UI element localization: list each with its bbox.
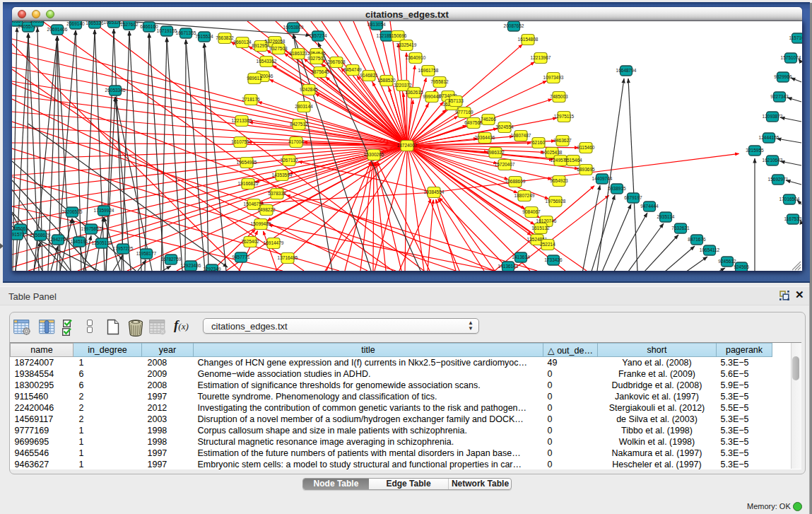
svg-text:19384554: 19384554 <box>424 189 445 194</box>
svg-text:5938915: 5938915 <box>608 186 626 191</box>
svg-text:3267110: 3267110 <box>281 158 298 163</box>
svg-text:9327508: 9327508 <box>269 46 288 51</box>
svg-text:13640910: 13640910 <box>406 55 426 60</box>
svg-text:16053809: 16053809 <box>283 25 304 30</box>
svg-text:8186323: 8186323 <box>289 51 307 56</box>
svg-text:9474444: 9474444 <box>640 204 659 209</box>
svg-text:17957225: 17957225 <box>113 246 134 251</box>
svg-text:20206535: 20206535 <box>62 209 83 214</box>
svg-text:8427512: 8427512 <box>290 122 308 127</box>
svg-text:12093872: 12093872 <box>763 114 783 119</box>
svg-text:20364436: 20364436 <box>475 135 495 140</box>
svg-text:18807249: 18807249 <box>514 193 535 198</box>
svg-text:10688609: 10688609 <box>505 179 526 184</box>
svg-text:9660124: 9660124 <box>233 40 252 45</box>
svg-text:19654985: 19654985 <box>237 160 257 165</box>
svg-text:9115460: 9115460 <box>577 145 595 150</box>
svg-text:1498222: 1498222 <box>257 207 276 212</box>
svg-text:1167533: 1167533 <box>784 216 802 221</box>
svg-text:3215955: 3215955 <box>746 148 764 153</box>
svg-text:2935114: 2935114 <box>657 214 675 219</box>
svg-text:16210643: 16210643 <box>763 158 783 163</box>
svg-text:13716485: 13716485 <box>278 255 298 260</box>
svg-text:2069140: 2069140 <box>66 21 85 26</box>
svg-text:8454749: 8454749 <box>343 67 362 72</box>
svg-text:10807487: 10807487 <box>511 133 531 138</box>
svg-text:9990448: 9990448 <box>423 94 441 99</box>
svg-text:1362615: 1362615 <box>405 90 423 95</box>
svg-text:14136141: 14136141 <box>498 264 519 269</box>
svg-text:15099489: 15099489 <box>251 221 271 226</box>
svg-text:2803144: 2803144 <box>295 104 313 109</box>
svg-text:16671355: 16671355 <box>176 30 196 35</box>
svg-text:14409744: 14409744 <box>592 176 613 181</box>
svg-text:989612: 989612 <box>247 76 262 81</box>
svg-text:17359924: 17359924 <box>94 208 114 213</box>
svg-text:5378332: 5378332 <box>268 191 286 196</box>
svg-text:3624554: 3624554 <box>495 124 514 129</box>
svg-text:9515464: 9515464 <box>564 158 582 163</box>
svg-text:17016504: 17016504 <box>779 197 800 201</box>
svg-text:16782759: 16782759 <box>161 257 182 262</box>
svg-text:18724007: 18724007 <box>397 143 418 148</box>
svg-text:7986322: 7986322 <box>486 150 505 155</box>
svg-text:7515524: 7515524 <box>195 34 213 39</box>
svg-text:1345191: 1345191 <box>70 239 88 244</box>
svg-text:10973493: 10973493 <box>543 75 564 80</box>
svg-text:7857274: 7857274 <box>309 33 327 38</box>
svg-text:1157107: 1157107 <box>789 35 802 40</box>
svg-text:746266: 746266 <box>481 117 496 122</box>
svg-text:7663822: 7663822 <box>216 35 234 40</box>
svg-text:15751074: 15751074 <box>781 55 801 60</box>
svg-text:15692971: 15692971 <box>768 177 789 182</box>
svg-text:14353594: 14353594 <box>272 173 293 177</box>
svg-text:12975115: 12975115 <box>554 114 575 119</box>
svg-text:2718176: 2718176 <box>242 97 260 102</box>
svg-text:62160: 62160 <box>532 140 545 145</box>
svg-text:991571: 991571 <box>12 232 25 237</box>
svg-text:20691406: 20691406 <box>47 27 68 32</box>
svg-text:9654923: 9654923 <box>550 178 568 183</box>
svg-text:9227343: 9227343 <box>770 94 789 99</box>
svg-text:12444155: 12444155 <box>759 135 779 140</box>
svg-text:7632621: 7632621 <box>671 226 690 230</box>
svg-text:16648794: 16648794 <box>616 68 637 73</box>
svg-text:6893695: 6893695 <box>577 167 595 172</box>
svg-text:417004: 417004 <box>288 139 304 144</box>
svg-text:12213363: 12213363 <box>232 118 252 123</box>
svg-text:1615132: 1615132 <box>531 226 550 230</box>
svg-text:1065326: 1065326 <box>86 21 104 25</box>
svg-text:9457771: 9457771 <box>232 255 250 259</box>
svg-text:16914479: 16914479 <box>264 240 284 245</box>
svg-text:106532: 106532 <box>30 21 45 23</box>
svg-text:12213967: 12213967 <box>531 55 551 60</box>
svg-text:9777169: 9777169 <box>455 110 473 115</box>
svg-text:1413614: 1413614 <box>512 255 530 259</box>
svg-text:25300265: 25300265 <box>364 152 384 157</box>
svg-text:9084067: 9084067 <box>522 209 541 214</box>
svg-text:16154808: 16154808 <box>518 37 539 42</box>
svg-text:11958177: 11958177 <box>136 251 157 256</box>
svg-text:10654112: 10654112 <box>700 247 720 252</box>
svg-text:20087652: 20087652 <box>504 23 524 28</box>
svg-text:924565: 924565 <box>734 264 749 269</box>
svg-text:26053346: 26053346 <box>105 88 126 93</box>
svg-text:252214: 252214 <box>540 242 555 247</box>
svg-text:9329966: 9329966 <box>774 74 792 79</box>
svg-text:12505135: 12505135 <box>92 240 112 245</box>
svg-text:9463627: 9463627 <box>553 138 572 143</box>
svg-text:19166825: 19166825 <box>238 181 259 186</box>
svg-text:7485003: 7485003 <box>550 94 568 99</box>
svg-text:16543362: 16543362 <box>257 59 277 64</box>
svg-text:8813054: 8813054 <box>367 22 386 27</box>
svg-text:1588520: 1588520 <box>377 78 396 83</box>
svg-text:1527602: 1527602 <box>120 22 139 27</box>
svg-text:6466160: 6466160 <box>140 24 158 29</box>
svg-text:9327503: 9327503 <box>307 56 326 61</box>
svg-text:1292349: 1292349 <box>203 267 221 271</box>
svg-text:9242845: 9242845 <box>300 87 318 92</box>
svg-text:8471676: 8471676 <box>688 237 706 242</box>
svg-text:1610755: 1610755 <box>231 139 249 144</box>
svg-text:7625402: 7625402 <box>241 239 259 244</box>
svg-text:19756928: 19756928 <box>546 199 566 204</box>
